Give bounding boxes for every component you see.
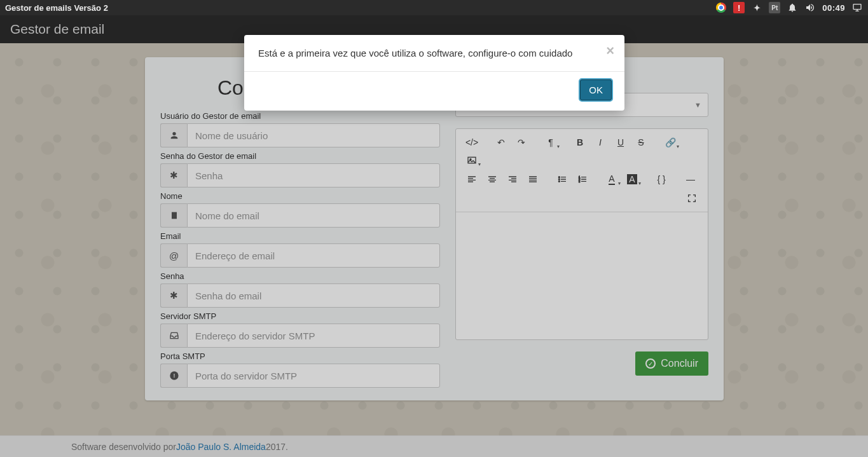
system-top-bar: Gestor de emails Versão 2 ! ✦ Pt 00:49 bbox=[0, 0, 868, 15]
language-indicator[interactable]: Pt bbox=[769, 2, 780, 13]
svg-rect-0 bbox=[853, 4, 861, 10]
volume-icon[interactable] bbox=[804, 2, 816, 13]
close-icon[interactable]: × bbox=[606, 43, 614, 59]
first-run-modal: Está e a primeira vez que você utiliza o… bbox=[244, 35, 624, 111]
warning-icon[interactable]: ! bbox=[733, 2, 745, 13]
clock: 00:49 bbox=[822, 3, 845, 13]
window-title: Gestor de emails Versão 2 bbox=[5, 3, 108, 13]
ok-button[interactable]: OK bbox=[580, 79, 612, 100]
chrome-icon[interactable] bbox=[715, 2, 727, 13]
system-tray: ! ✦ Pt 00:49 bbox=[715, 2, 863, 13]
monitor-icon[interactable] bbox=[851, 2, 863, 13]
notifications-icon[interactable] bbox=[787, 2, 798, 13]
modal-text: Está e a primeira vez que você utiliza o… bbox=[258, 48, 572, 58]
plugin-icon[interactable]: ✦ bbox=[751, 2, 762, 13]
